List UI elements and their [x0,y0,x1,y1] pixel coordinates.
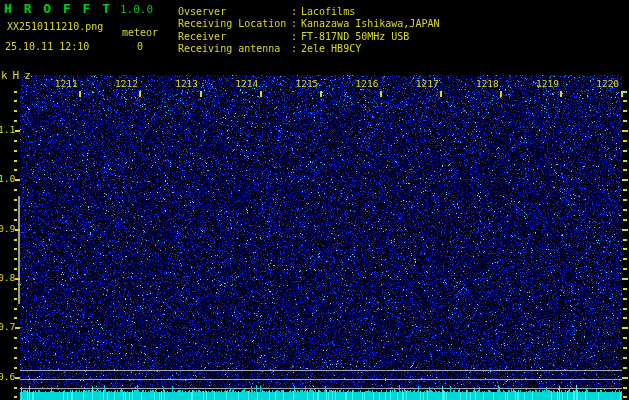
mode-label: meteor [122,27,158,38]
freq-minor-tick-left [14,387,17,389]
freq-minor-tick-right [623,357,627,359]
freq-label: 0.9 [0,224,15,234]
freq-minor-tick-right [623,219,627,221]
info-label: Ovserver [178,6,226,17]
minute-tick [380,91,382,97]
minute-label: 1214 [213,79,258,89]
freq-label: 1.1 [0,125,15,135]
minute-tick [440,91,442,97]
freq-minor-tick-right [623,308,627,310]
freq-minor-tick-left [14,268,17,270]
info-label: Receiving antenna [178,43,280,54]
freq-major-tick-right [622,377,628,379]
freq-minor-tick-left [14,199,17,201]
freq-minor-tick-right [623,268,627,270]
minute-label: 1219 [514,79,559,89]
app-title: H R O F F T [4,2,112,16]
minute-label: 1217 [394,79,439,89]
info-colon: : [291,18,297,29]
freq-major-tick-right [622,130,628,132]
minute-label: 1215 [273,79,318,89]
freq-minor-tick-left [14,396,17,398]
freq-minor-tick-right [623,91,627,93]
freq-minor-tick-left [14,248,17,250]
info-label: Receiver [178,31,226,42]
freq-minor-tick-left [14,357,17,359]
freq-label: 0.6 [0,372,15,382]
freq-minor-tick-left [14,160,17,162]
freq-minor-tick-right [623,347,627,349]
freq-minor-tick-right [623,258,627,260]
info-colon: : [291,6,297,17]
meteor-count: 0 [137,41,143,52]
freq-minor-tick-right [623,288,627,290]
freq-minor-tick-right [623,100,627,102]
freq-minor-tick-left [14,189,17,191]
freq-major-tick-left [15,327,20,329]
minute-tick [560,91,562,97]
freq-minor-tick-right [623,150,627,152]
spectrogram-canvas [20,75,622,390]
freq-minor-tick-left [14,337,17,339]
freq-major-tick-right [622,327,628,329]
freq-label: 0.7 [0,322,15,332]
freq-minor-tick-right [623,140,627,142]
freq-minor-tick-left [14,308,17,310]
freq-minor-tick-left [14,239,17,241]
freq-major-tick-right [622,229,628,231]
freq-major-tick-left [15,229,20,231]
freq-major-tick-left [15,278,20,280]
freq-minor-tick-left [14,258,17,260]
minute-label: 1220 [574,79,619,89]
freq-minor-tick-left [14,367,17,369]
freq-minor-tick-right [623,199,627,201]
freq-major-tick-left [15,130,20,132]
minute-tick [320,91,322,97]
freq-minor-tick-right [623,160,627,162]
minute-label: 1212 [93,79,138,89]
freq-major-tick-right [622,179,628,181]
reference-line [20,379,622,380]
freq-minor-tick-right [623,248,627,250]
freq-unit-label: kHz [1,70,36,82]
info-colon: : [291,43,297,54]
freq-major-tick-right [622,278,628,280]
reference-line [20,370,622,371]
freq-minor-tick-left [14,100,17,102]
hrofft-window: H R O F F T 1.0.0 XX2510111210.png meteo… [0,0,629,400]
freq-minor-tick-left [14,110,17,112]
freq-minor-tick-left [14,347,17,349]
freq-minor-tick-left [14,169,17,171]
freq-minor-tick-left [14,150,17,152]
freq-minor-tick-right [623,209,627,211]
freq-minor-tick-right [623,396,627,398]
freq-minor-tick-right [623,120,627,122]
freq-minor-tick-right [623,110,627,112]
freq-minor-tick-right [623,169,627,171]
freq-minor-tick-right [623,239,627,241]
freq-minor-tick-left [14,298,17,300]
freq-minor-tick-right [623,298,627,300]
info-value: FT-817ND 50MHz USB [301,31,409,42]
minute-tick [79,91,81,97]
freq-minor-tick-left [14,219,17,221]
freq-minor-tick-left [14,140,17,142]
minute-tick [200,91,202,97]
minute-label: 1218 [454,79,499,89]
app-version: 1.0.0 [120,4,153,16]
freq-major-tick-left [15,377,20,379]
minute-label: 1216 [334,79,379,89]
minute-tick [260,91,262,97]
freq-minor-tick-left [14,288,17,290]
freq-minor-tick-right [623,317,627,319]
info-value: 2ele HB9CY [301,43,361,54]
freq-minor-tick-right [623,337,627,339]
freq-minor-tick-left [14,317,17,319]
calibration-line [18,196,20,304]
info-value: Kanazawa Ishikawa,JAPAN [301,18,439,29]
freq-minor-tick-left [14,209,17,211]
freq-major-tick-left [15,179,20,181]
minute-tick [139,91,141,97]
freq-minor-tick-right [623,189,627,191]
freq-minor-tick-right [623,367,627,369]
